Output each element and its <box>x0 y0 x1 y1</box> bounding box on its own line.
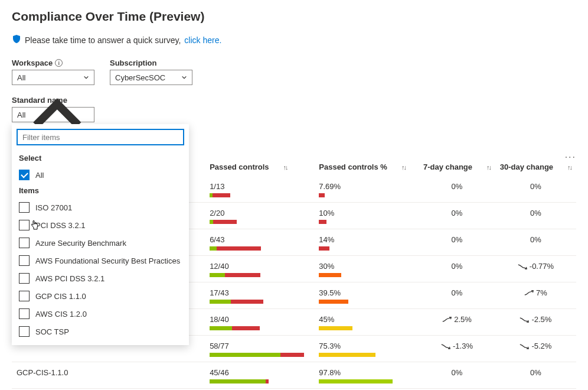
row-30d: 0% <box>495 362 576 389</box>
row-passed: 2/20 <box>206 203 315 229</box>
passed-bar <box>210 220 312 224</box>
standard-item[interactable]: AWS CIS 1.2.0 <box>12 305 189 323</box>
pct-bar <box>319 379 415 384</box>
sort-toggle[interactable]: ↑↓ <box>567 164 571 171</box>
row-passed: 18/40 <box>206 309 315 336</box>
subscription-dropdown[interactable]: CyberSecSOC <box>110 70 192 85</box>
standard-item[interactable]: PCI DSS 3.2.1 <box>12 216 189 234</box>
row-passed-pct: 7.69% <box>315 176 419 203</box>
checkbox[interactable] <box>19 202 30 213</box>
survey-banner: Please take time to answer a quick surve… <box>12 34 576 46</box>
passed-bar <box>210 326 312 330</box>
standard-item[interactable]: SOC TSP <box>12 323 189 340</box>
sort-toggle[interactable]: ↑↓ <box>283 164 288 171</box>
standard-item[interactable]: GCP CIS 1.1.0 <box>12 287 189 305</box>
standard-item[interactable]: ISO 27001 <box>12 199 189 216</box>
checkbox[interactable] <box>19 291 30 301</box>
row-30d: 0% <box>495 176 576 203</box>
page-title: Compliance Over Time (Preview) <box>12 9 576 24</box>
checkbox[interactable] <box>19 238 30 248</box>
survey-link[interactable]: click here. <box>184 35 221 45</box>
standard-item-label: GCP CIS 1.1.0 <box>35 292 86 301</box>
row-passed: 17/43 <box>206 282 315 309</box>
row-name: GCP-CIS-1.1.0 <box>12 362 206 389</box>
pct-bar <box>319 273 415 277</box>
row-30d: -5.2% <box>495 336 576 362</box>
table-row: GCP-CIS-1.1.045/4697.8%0%0% <box>12 362 576 389</box>
checkbox[interactable] <box>19 308 30 319</box>
col-passed-pct[interactable]: Passed controls % <box>319 162 387 171</box>
checkbox[interactable] <box>19 326 30 337</box>
row-30d: 0% <box>495 203 576 229</box>
row-7d: 2.5% <box>419 309 495 336</box>
row-7d: 0% <box>419 176 495 203</box>
sort-toggle[interactable]: ↑↓ <box>486 164 491 171</box>
standard-item-label: AWS Foundational Security Best Practices <box>35 256 180 265</box>
row-7d: 0% <box>419 256 495 282</box>
filter-items-input[interactable] <box>17 129 184 145</box>
pct-bar <box>319 300 415 304</box>
row-7d: 0% <box>419 203 495 229</box>
row-7d: 0% <box>419 362 495 389</box>
standard-item-label: ISO 27001 <box>35 203 72 212</box>
col-passed[interactable]: Passed controls <box>210 162 269 171</box>
standard-item-label: AWS CIS 1.2.0 <box>35 310 87 318</box>
col-30d[interactable]: 30-day change <box>500 162 553 171</box>
passed-bar <box>210 353 312 357</box>
standard-name-panel: Select All Items ISO 27001PCI DSS 3.2.1A… <box>12 124 189 345</box>
pct-bar <box>319 246 415 251</box>
chevron-down-icon <box>181 74 187 80</box>
standard-name-label: Standard name <box>12 96 576 105</box>
row-passed-pct: 45% <box>315 309 419 336</box>
row-7d: 0% <box>419 229 495 256</box>
checkbox[interactable] <box>19 273 30 284</box>
pct-bar <box>319 353 415 357</box>
info-icon[interactable]: i <box>55 59 63 67</box>
row-passed-pct: 97.8% <box>315 362 419 389</box>
row-30d: 0% <box>495 229 576 256</box>
checkbox-all[interactable] <box>19 170 30 180</box>
select-section-label: Select <box>12 151 189 166</box>
items-section-label: Items <box>12 184 189 199</box>
checkbox[interactable] <box>19 255 30 266</box>
row-7d: -1.3% <box>419 336 495 362</box>
standard-item[interactable]: Azure Security Benchmark <box>12 234 189 252</box>
more-options[interactable]: ··· <box>565 152 576 162</box>
pct-bar <box>319 326 415 330</box>
row-passed: 58/77 <box>206 336 315 362</box>
select-all-row[interactable]: All <box>12 166 189 184</box>
passed-bar <box>210 246 312 251</box>
row-7d: 0% <box>419 282 495 309</box>
row-passed: 45/46 <box>206 362 315 389</box>
row-passed-pct: 75.3% <box>315 336 419 362</box>
row-passed-pct: 39.5% <box>315 282 419 309</box>
chevron-down-icon <box>83 74 89 80</box>
shield-icon <box>12 34 21 46</box>
row-passed-pct: 14% <box>315 229 419 256</box>
standard-item-label: SOC TSP <box>35 327 69 336</box>
pct-bar <box>319 220 415 224</box>
row-passed: 1/13 <box>206 176 315 203</box>
passed-bar <box>210 193 312 197</box>
standard-item-label: PCI DSS 3.2.1 <box>35 221 86 230</box>
pct-bar <box>319 193 415 197</box>
passed-bar <box>210 273 312 277</box>
passed-bar <box>210 300 312 304</box>
standard-item-label: AWS PCI DSS 3.2.1 <box>35 274 104 283</box>
subscription-label: Subscription <box>110 58 192 67</box>
survey-text: Please take time to answer a quick surve… <box>25 35 181 45</box>
col-7d[interactable]: 7-day change <box>423 162 472 171</box>
row-passed-pct: 30% <box>315 256 419 282</box>
standard-item-label: Azure Security Benchmark <box>35 239 126 248</box>
row-30d: 7% <box>495 282 576 309</box>
standard-item[interactable]: AWS PCI DSS 3.2.1 <box>12 269 189 287</box>
row-30d: -2.5% <box>495 309 576 336</box>
row-passed: 6/43 <box>206 229 315 256</box>
sort-toggle[interactable]: ↑↓ <box>401 164 406 171</box>
checkbox[interactable] <box>19 220 30 230</box>
row-passed: 12/40 <box>206 256 315 282</box>
row-30d: -0.77% <box>495 256 576 282</box>
standard-item[interactable]: AWS Foundational Security Best Practices <box>12 252 189 269</box>
passed-bar <box>210 379 312 384</box>
standard-name-dropdown[interactable]: All <box>12 107 94 122</box>
